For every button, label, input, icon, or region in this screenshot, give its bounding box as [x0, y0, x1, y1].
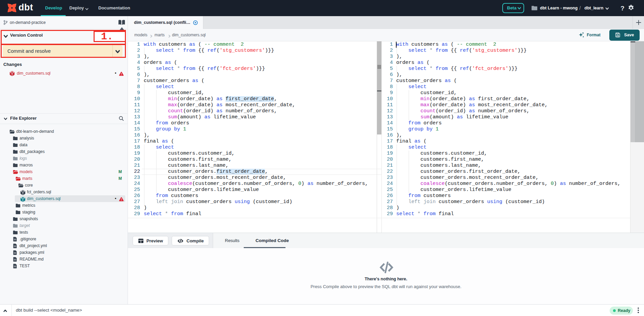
svg-text:?: ? — [620, 5, 624, 12]
